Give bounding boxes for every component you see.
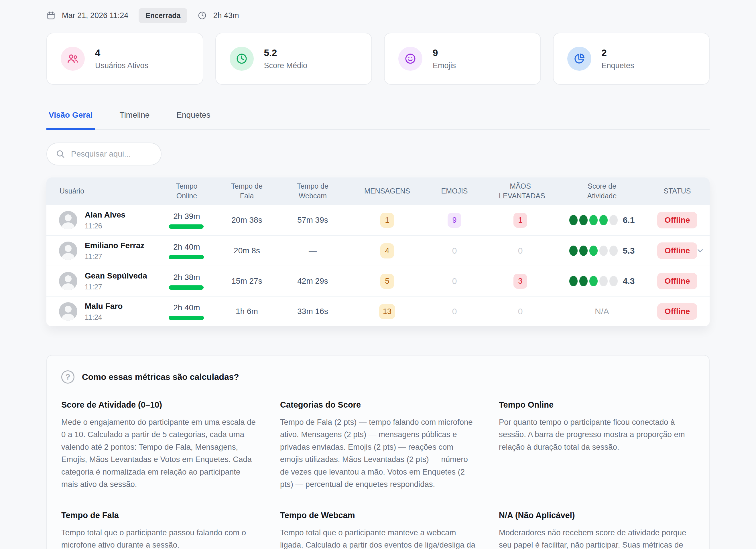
- stat-cards: 4 Usuários Ativos 5.2 Score Médio: [46, 33, 710, 85]
- maos-levantadas-cell: 3: [482, 274, 559, 289]
- user-name: Alan Alves: [85, 211, 125, 220]
- score-cell: N/A: [559, 306, 645, 316]
- session-report-page: Mar 21, 2026 11:24 Encerrada 2h 43m 4 Us…: [0, 0, 756, 549]
- online-progress-fill: [169, 225, 204, 229]
- table-body: Alan Alves11:262h 39m20m 38s57m 39s1916.…: [46, 205, 710, 326]
- info-block-categorias-do-score: Categorias do Score Tempo de Fala (2 pts…: [280, 400, 476, 491]
- column-header-status: STATUS: [645, 186, 710, 196]
- clock-icon: [230, 47, 254, 71]
- score-dot-dark: [569, 215, 578, 225]
- tempo-de-webcam-cell: —: [278, 246, 347, 255]
- online-progress-bar: [169, 225, 205, 229]
- table-row[interactable]: Malu Faro11:242h 40m1h 6m33m 16s1300N/AO…: [46, 296, 710, 326]
- info-panel-title: Como essas métricas são calculadas?: [82, 372, 239, 382]
- tab-visao-geral[interactable]: Visão Geral: [46, 108, 95, 130]
- stat-value: 2: [602, 48, 634, 58]
- online-progress-bar: [169, 316, 205, 320]
- tempo-online-cell: 2h 39m: [158, 212, 215, 229]
- tempo-online-value: 2h 38m: [158, 273, 215, 282]
- status-cell: Offline: [645, 273, 710, 289]
- score-value: 5.3: [623, 246, 635, 256]
- mensagens-cell: 4: [347, 243, 427, 259]
- emojis-cell: 0: [427, 306, 482, 316]
- user-join-time: 11:27: [85, 253, 145, 261]
- emojis-value: 0: [452, 246, 457, 255]
- score-value: N/A: [595, 306, 609, 316]
- maos-levantadas-value: 0: [518, 306, 523, 316]
- emojis-cell: 0: [427, 246, 482, 256]
- chevron-down-icon[interactable]: [696, 247, 704, 255]
- info-block-tempo-de-fala: Tempo de Fala Tempo total que o particip…: [61, 511, 257, 549]
- tempo-online-value: 2h 40m: [158, 243, 215, 252]
- status-badge: Offline: [657, 273, 698, 289]
- status-badge: Offline: [657, 243, 698, 259]
- table-row[interactable]: Emiliano Ferraz11:272h 40m20m 8s—4005.3O…: [46, 235, 710, 266]
- info-block-heading: Categorias do Score: [280, 400, 476, 410]
- score-dot-dark: [569, 276, 578, 286]
- info-block-score-de-atividade: Score de Atividade (0–10) Mede o engajam…: [61, 400, 257, 491]
- online-progress-bar: [169, 285, 205, 290]
- stat-label: Enquetes: [602, 61, 634, 70]
- search-box[interactable]: [46, 143, 162, 166]
- avatar: [59, 302, 77, 320]
- tempo-de-webcam-cell: 33m 16s: [278, 307, 347, 316]
- info-block-heading: Tempo de Fala: [61, 511, 257, 520]
- stat-label: Score Médio: [264, 61, 308, 70]
- score-cell: 4.3: [559, 276, 645, 286]
- metrics-info-panel: ? Como essas métricas são calculadas? Sc…: [46, 355, 710, 549]
- status-cell: Offline: [645, 243, 710, 259]
- info-block-heading: Tempo Online: [499, 400, 695, 410]
- clock-icon: [198, 11, 207, 20]
- tempo-online-value: 2h 39m: [158, 212, 215, 221]
- score-value: 6.1: [623, 215, 635, 225]
- search-icon: [56, 149, 65, 159]
- smiley-icon: [398, 47, 422, 71]
- online-progress-fill: [169, 255, 204, 259]
- user-cell: Emiliano Ferraz11:27: [46, 241, 158, 261]
- score-dot-empty: [609, 276, 618, 286]
- column-header-maos-levantadas: MÃOS LEVANTADAS: [482, 182, 559, 201]
- participants-table: Usuário Tempo Online Tempo de Fala Tempo…: [46, 178, 710, 326]
- user-cell: Alan Alves11:26: [46, 211, 158, 230]
- tempo-online-cell: 2h 40m: [158, 303, 215, 320]
- tempo-online-value: 2h 40m: [158, 303, 215, 312]
- column-header-tempo-de-fala: Tempo de Fala: [215, 182, 278, 201]
- user-name: Gean Sepúlveda: [85, 272, 147, 280]
- info-block-body: Mede o engajamento do participante em um…: [61, 416, 257, 491]
- score-dot-bright: [589, 276, 598, 286]
- table-row[interactable]: Gean Sepúlveda11:272h 38m15m 27s42m 29s5…: [46, 266, 710, 296]
- help-circle-icon: ?: [61, 370, 74, 383]
- tempo-de-fala-cell: 1h 6m: [215, 307, 278, 316]
- avatar: [59, 211, 77, 229]
- tab-timeline[interactable]: Timeline: [117, 108, 152, 130]
- info-blocks-grid: Score de Atividade (0–10) Mede o engajam…: [61, 400, 695, 549]
- table-header-row: Usuário Tempo Online Tempo de Fala Tempo…: [46, 178, 710, 205]
- maos-levantadas-cell: 0: [482, 246, 559, 256]
- stat-card-emojis: 9 Emojis: [384, 33, 541, 85]
- tempo-de-fala-cell: 15m 27s: [215, 276, 278, 286]
- online-progress-fill: [169, 316, 204, 320]
- emojis-badge: 9: [448, 213, 461, 228]
- avatar: [59, 242, 77, 260]
- stat-label: Usuários Ativos: [95, 61, 148, 70]
- stat-card-score-medio: 5.2 Score Médio: [215, 33, 372, 85]
- user-join-time: 11:27: [85, 283, 147, 291]
- info-block-heading: Score de Atividade (0–10): [61, 400, 257, 410]
- tab-enquetes[interactable]: Enquetes: [174, 108, 212, 130]
- maos-levantadas-badge: 3: [513, 274, 527, 289]
- info-block-heading: Tempo de Webcam: [280, 511, 476, 520]
- score-dot-bright: [589, 215, 598, 225]
- session-status-badge: Encerrada: [139, 8, 187, 23]
- search-input[interactable]: [71, 150, 152, 159]
- score-dot-dark: [579, 215, 588, 225]
- tempo-de-webcam-cell: 57m 39s: [278, 216, 347, 225]
- info-panel-header: ? Como essas métricas são calculadas?: [61, 370, 695, 383]
- table-row[interactable]: Alan Alves11:262h 39m20m 38s57m 39s1916.…: [46, 205, 710, 235]
- session-date: Mar 21, 2026 11:24: [62, 11, 128, 20]
- mensagens-badge: 13: [379, 304, 395, 319]
- tempo-de-fala-cell: 20m 38s: [215, 216, 278, 225]
- mensagens-badge: 4: [380, 243, 394, 259]
- users-icon: [61, 47, 85, 71]
- emojis-cell: 9: [427, 213, 482, 228]
- score-dot-bright: [599, 215, 608, 225]
